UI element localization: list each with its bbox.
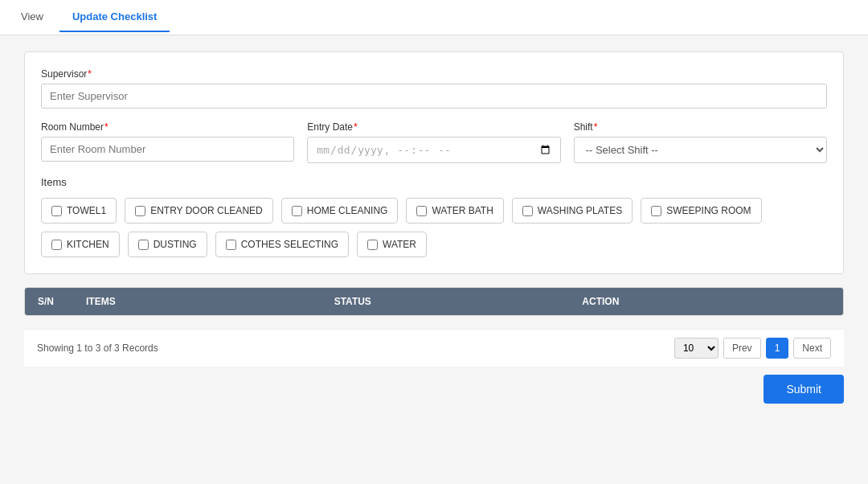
submit-button[interactable]: Submit xyxy=(764,375,844,404)
checkbox-item-dusting[interactable]: DUSTING xyxy=(128,232,207,257)
main-content: Supervisor* Room Number* Entry Date* Shi… xyxy=(0,35,868,428)
checkbox-sweeping_room[interactable] xyxy=(651,206,661,216)
checkbox-home_cleaning[interactable] xyxy=(292,206,302,216)
supervisor-input[interactable] xyxy=(41,84,827,109)
checkbox-water[interactable] xyxy=(367,240,378,250)
checkbox-entry_door_cleaned[interactable] xyxy=(135,206,145,216)
checkbox-dusting[interactable] xyxy=(138,240,149,250)
form-section: Supervisor* Room Number* Entry Date* Shi… xyxy=(24,51,844,274)
checkbox-label-home_cleaning: HOME CLEANING xyxy=(307,205,388,216)
checkbox-label-towel1: TOWEL1 xyxy=(67,205,106,216)
checkbox-item-washing_plates[interactable]: WASHING PLATES xyxy=(512,198,633,224)
checkbox-label-sweeping_room: SWEEPING ROOM xyxy=(666,205,751,216)
checkbox-label-clothes_selecting: COTHES SELECTING xyxy=(241,239,338,250)
shift-label: Shift* xyxy=(574,121,827,133)
checkbox-label-kitchen: KITCHEN xyxy=(67,239,109,250)
checkbox-item-home_cleaning[interactable]: HOME CLEANING xyxy=(281,198,399,224)
checkbox-label-washing_plates: WASHING PLATES xyxy=(538,205,622,216)
checkbox-towel1[interactable] xyxy=(51,206,62,216)
shift-field-group: Shift* -- Select Shift --MorningAfternoo… xyxy=(574,121,827,163)
shift-select[interactable]: -- Select Shift --MorningAfternoonNight xyxy=(574,137,827,163)
room-number-field-group: Room Number* xyxy=(41,121,294,163)
table-header: S/N ITEMS STATUS ACTION xyxy=(25,288,843,315)
pagination-info: Showing 1 to 3 of 3 Records xyxy=(37,342,158,354)
checkbox-label-entry_door_cleaned: ENTRY DOOR CLEANED xyxy=(150,205,263,216)
checkbox-item-water[interactable]: WATER xyxy=(357,232,427,257)
entry-date-field-group: Entry Date* xyxy=(307,121,560,163)
room-number-label: Room Number* xyxy=(41,121,294,133)
checkbox-washing_plates[interactable] xyxy=(522,206,533,216)
entry-date-input[interactable] xyxy=(307,137,560,163)
supervisor-label: Supervisor* xyxy=(41,68,827,80)
pagination-row: Showing 1 to 3 of 3 Records 102550100 Pr… xyxy=(24,329,844,367)
col-action: ACTION xyxy=(582,296,830,307)
room-number-input[interactable] xyxy=(41,137,294,162)
checkbox-water_bath[interactable] xyxy=(416,206,427,216)
supervisor-field-group: Supervisor* xyxy=(41,68,827,109)
col-sn: S/N xyxy=(38,296,86,307)
checkbox-grid: TOWEL1ENTRY DOOR CLEANEDHOME CLEANINGWAT… xyxy=(41,198,827,257)
checkbox-item-water_bath[interactable]: WATER BATH xyxy=(406,198,503,224)
tab-bar: View Update Checklist xyxy=(0,0,868,35)
checkbox-item-clothes_selecting[interactable]: COTHES SELECTING xyxy=(215,232,349,257)
checkbox-label-dusting: DUSTING xyxy=(154,239,197,250)
prev-button[interactable]: Prev xyxy=(723,338,761,359)
entry-date-label: Entry Date* xyxy=(307,121,560,133)
tab-view[interactable]: View xyxy=(8,2,56,32)
items-label: Items xyxy=(41,176,827,188)
col-items: ITEMS xyxy=(86,296,334,307)
checkbox-clothes_selecting[interactable] xyxy=(226,240,236,250)
tab-update-checklist[interactable]: Update Checklist xyxy=(59,2,170,32)
checkbox-label-water: WATER xyxy=(383,239,416,250)
table-section: S/N ITEMS STATUS ACTION xyxy=(24,287,844,316)
pagination-controls: 102550100 Prev 1 Next xyxy=(674,338,831,359)
checkbox-label-water_bath: WATER BATH xyxy=(432,205,493,216)
submit-row: Submit xyxy=(24,367,844,412)
row-3-fields: Room Number* Entry Date* Shift* -- Selec… xyxy=(41,121,827,176)
items-section: Items TOWEL1ENTRY DOOR CLEANEDHOME CLEAN… xyxy=(41,176,827,257)
col-status: STATUS xyxy=(334,296,583,307)
checkbox-item-sweeping_room[interactable]: SWEEPING ROOM xyxy=(641,198,761,224)
checkbox-item-entry_door_cleaned[interactable]: ENTRY DOOR CLEANED xyxy=(125,198,273,224)
checkbox-kitchen[interactable] xyxy=(51,240,62,250)
checkbox-item-kitchen[interactable]: KITCHEN xyxy=(41,232,120,257)
per-page-select[interactable]: 102550100 xyxy=(674,338,719,359)
next-button[interactable]: Next xyxy=(793,338,831,359)
page-1-button[interactable]: 1 xyxy=(766,338,789,359)
checkbox-item-towel1[interactable]: TOWEL1 xyxy=(41,198,117,224)
